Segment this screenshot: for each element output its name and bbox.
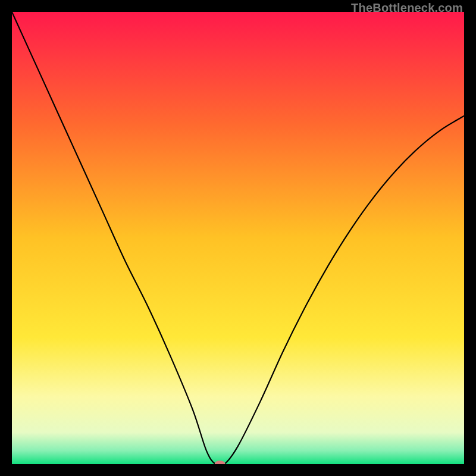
chart-frame: TheBottleneck.com: [0, 0, 476, 476]
plot-area: [12, 12, 464, 464]
watermark-text: TheBottleneck.com: [351, 1, 463, 15]
gradient-background: [12, 12, 464, 464]
bottleneck-chart: [12, 12, 464, 464]
